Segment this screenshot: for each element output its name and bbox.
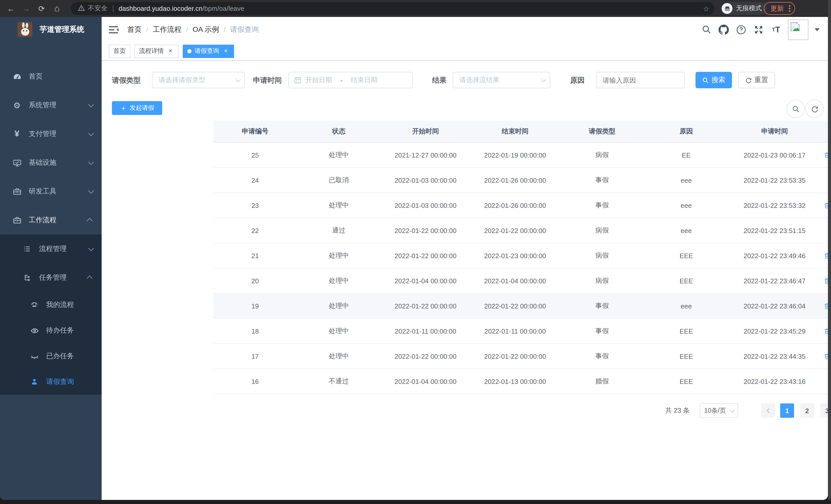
breadcrumb-current: 请假查询 — [230, 25, 259, 34]
browser-menu-icon[interactable] — [789, 5, 791, 12]
reason-input[interactable] — [603, 76, 675, 84]
table-cell: 2022-01-22 00:00:00 — [381, 243, 470, 268]
sidebar-item-infra[interactable]: 基础设施 — [0, 148, 102, 177]
breadcrumb-item[interactable]: 工作流程 — [153, 25, 181, 34]
fullscreen-icon[interactable] — [750, 24, 767, 35]
table-cell: 病假 — [560, 243, 644, 268]
breadcrumb-separator: / — [224, 26, 225, 33]
reset-button[interactable]: 重置 — [738, 72, 775, 88]
search-button[interactable]: 搜索 — [695, 72, 732, 88]
row-actions: 取消请假详情审批进度 — [821, 268, 828, 293]
sidebar-item-todo-tasks[interactable]: 待办任务 — [0, 318, 102, 343]
table-cell: 病假 — [560, 268, 644, 293]
page-button-2[interactable]: 2 — [800, 404, 814, 418]
cancel-action-link[interactable]: 取消请假 — [824, 251, 828, 260]
table-cell: 事假 — [560, 168, 644, 192]
cancel-action-link[interactable]: 取消请假 — [824, 326, 828, 336]
cancel-action-link[interactable]: 取消请假 — [824, 201, 828, 210]
table-row: 21处理中2022-01-22 00:00:002022-01-23 00:00… — [213, 243, 828, 268]
table-cell: 2022-01-04 00:00:00 — [470, 268, 560, 293]
sidebar-item-label: 研发工具 — [29, 187, 56, 196]
column-header: 原因 — [644, 121, 728, 142]
url-host: dashboard.yudao.iocoder.cn — [119, 5, 202, 12]
sidebar-item-leave-query[interactable]: 请假查询 — [0, 369, 102, 395]
table-cell: 通过 — [297, 218, 381, 243]
page-button-1[interactable]: 1 — [780, 404, 794, 418]
breadcrumb: 首页 / 工作流程 / OA 示例 / 请假查询 — [127, 25, 259, 34]
chevron-down-icon — [541, 77, 546, 82]
table-row: 17处理中2022-01-22 00:00:002022-01-22 00:00… — [213, 344, 828, 369]
refresh-table-button[interactable] — [805, 99, 824, 118]
sidebar-item-done-tasks[interactable]: 已办任务 — [0, 343, 102, 369]
address-divider — [113, 5, 113, 12]
cancel-action-link[interactable]: 取消请假 — [824, 276, 828, 285]
table-cell: 2022-01-11 00:00:00 — [470, 319, 560, 343]
sidebar-item-devtools[interactable]: 研发工具 — [0, 177, 102, 206]
avatar[interactable] — [788, 19, 808, 40]
create-leave-button[interactable]: ＋ 发起请假 — [112, 101, 162, 115]
result-label: 结果 — [432, 72, 447, 88]
address-bar[interactable]: 不安全 dashboard.yudao.iocoder.cn/bpm/oa/le… — [71, 2, 715, 15]
prev-page-button[interactable] — [761, 404, 775, 418]
table-cell: 2022-01-22 00:00:00 — [381, 218, 470, 243]
forward-icon[interactable]: → — [19, 0, 34, 17]
eye-closed-icon — [30, 352, 39, 361]
tab-leave-query[interactable]: 请假查询 × — [183, 45, 234, 58]
table-cell: 2022-01-22 23:53:35 — [728, 168, 821, 192]
table-cell: 2022-01-22 23:45:29 — [728, 319, 821, 343]
table-cell: 2022-01-22 00:00:00 — [470, 344, 560, 368]
github-icon[interactable] — [715, 24, 733, 35]
range-separator: - — [340, 76, 343, 84]
table-row: 20处理中2022-01-04 00:00:002022-01-04 00:00… — [213, 268, 828, 294]
delete-icon — [824, 252, 828, 259]
table-row: 19处理中2022-01-22 00:00:002022-01-22 00:00… — [213, 294, 828, 319]
sidebar-item-workflow[interactable]: 工作流程 — [0, 206, 102, 235]
toggle-search-button[interactable] — [786, 99, 805, 118]
page-size-select[interactable]: 10条/页 — [699, 404, 738, 418]
sidebar-item-my-process[interactable]: 我的流程 — [0, 292, 102, 318]
table-cell: 2022-01-22 23:43:16 — [728, 369, 821, 394]
sidebar-item-process-mgmt[interactable]: 流程管理 — [0, 235, 102, 263]
reload-icon[interactable]: ⟳ — [34, 0, 49, 17]
breadcrumb-item[interactable]: 首页 — [127, 25, 142, 34]
cancel-action-link[interactable]: 取消请假 — [824, 352, 828, 361]
column-header: 结束时间 — [470, 121, 560, 142]
sidebar-item-task-mgmt[interactable]: 任务管理 — [0, 263, 102, 292]
sidebar-fold-icon[interactable] — [109, 25, 119, 34]
home-icon[interactable]: ⌂ — [49, 0, 65, 17]
help-icon[interactable] — [733, 24, 750, 35]
result-select[interactable]: 请选择流结果 — [453, 72, 550, 88]
close-icon[interactable]: × — [222, 48, 229, 55]
url-path: /bpm/oa/leave — [202, 5, 244, 12]
tab-process-detail[interactable]: 流程详情 × — [135, 45, 179, 58]
leave-type-select[interactable]: 请选择请假类型 — [152, 72, 245, 88]
page-button-3[interactable]: 3 — [820, 404, 828, 418]
cancel-action-link[interactable]: 取消请假 — [824, 301, 828, 310]
chevron-up-icon — [87, 218, 93, 224]
bookmark-star-icon[interactable]: ☆ — [703, 4, 709, 12]
font-size-icon[interactable]: TT — [767, 25, 785, 34]
sidebar-item-payment[interactable]: ¥ 支付管理 — [0, 120, 102, 148]
column-header: 申请编号 — [213, 121, 297, 142]
leave-type-label: 请假类型 — [112, 72, 141, 88]
close-icon[interactable]: × — [167, 48, 174, 55]
table-cell: 2022-01-04 00:00:00 — [381, 268, 470, 293]
update-button[interactable]: 更新 — [764, 2, 795, 15]
back-icon[interactable]: ← — [3, 0, 19, 17]
table-cell: 2022-01-22 00:00:00 — [470, 294, 560, 318]
table-cell: 事假 — [560, 344, 644, 368]
table-cell: 2022-01-03 00:00:00 — [381, 168, 470, 192]
cancel-action-link[interactable]: 取消请假 — [824, 150, 828, 159]
apply-time-label: 申请时间 — [253, 72, 282, 88]
apply-time-range-picker[interactable]: 开始日期 - 结束日期 — [288, 72, 413, 88]
search-icon[interactable] — [697, 25, 715, 34]
breadcrumb-item[interactable]: OA 示例 — [193, 25, 219, 34]
dropdown-caret-icon[interactable] — [814, 28, 820, 31]
app-header: 首页 / 工作流程 / OA 示例 / 请假查询 — [102, 17, 828, 42]
sidebar-item-home[interactable]: 首页 — [0, 62, 102, 91]
toolbox-icon — [12, 187, 22, 196]
sidebar-item-system[interactable]: ⚙ 系统管理 — [0, 91, 102, 120]
chevron-down-icon — [236, 77, 241, 82]
incognito-icon — [722, 3, 733, 14]
tab-home[interactable]: 首页 — [109, 45, 131, 58]
